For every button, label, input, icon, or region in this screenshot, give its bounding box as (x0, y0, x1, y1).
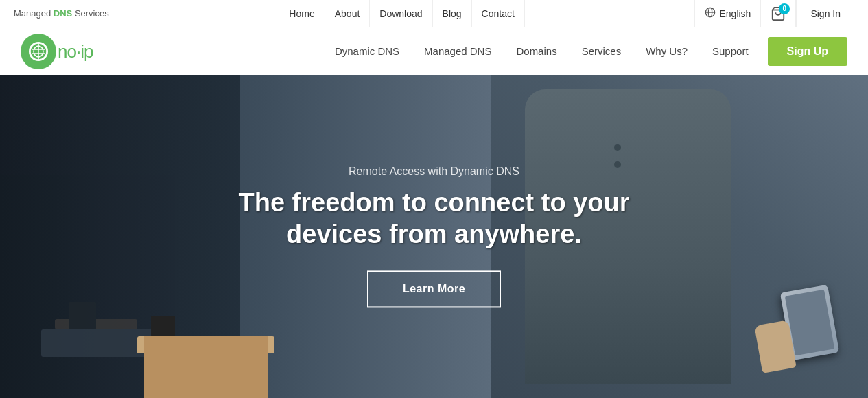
main-nav: no·ip Dynamic DNS Managed DNS Domains Se… (0, 27, 868, 75)
nav-domains[interactable]: Domains (504, 27, 569, 75)
table-item (151, 316, 175, 336)
brand-suffix: Services (72, 8, 108, 19)
table-body (144, 336, 268, 398)
decorative-object (69, 302, 96, 329)
brand-tagline: Managed DNS Services (14, 8, 109, 19)
sign-in-button[interactable]: Sign In (796, 0, 854, 27)
brand-text: Managed (14, 8, 54, 19)
learn-more-button[interactable]: Learn More (367, 271, 501, 308)
logo[interactable]: no·ip (21, 34, 93, 69)
decorative-shelf (55, 319, 137, 329)
language-label: English (719, 8, 751, 19)
hero-section: Remote Access with Dynamic DNS The freed… (0, 75, 868, 398)
deco-button-1 (614, 144, 621, 151)
nav-dynamic-dns[interactable]: Dynamic DNS (322, 27, 412, 75)
logo-text-1: no (58, 41, 76, 62)
logo-text: no·ip (58, 41, 93, 62)
hero-subtitle: Remote Access with Dynamic DNS (228, 165, 640, 178)
hero-title: The freedom to connect to your devices f… (228, 187, 640, 250)
signup-button[interactable]: Sign Up (768, 37, 847, 66)
logo-icon (21, 34, 56, 69)
top-nav: Home About Download Blog Contact (279, 0, 525, 27)
brand-dns: DNS (54, 8, 72, 19)
nav-managed-dns[interactable]: Managed DNS (412, 27, 504, 75)
top-bar-right: English 0 Sign In (694, 0, 854, 27)
nav-blog[interactable]: Blog (433, 0, 472, 27)
logo-text-2: ip (80, 41, 93, 62)
nav-support[interactable]: Support (700, 27, 761, 75)
nav-services[interactable]: Services (570, 27, 634, 75)
nav-why-us[interactable]: Why Us? (633, 27, 700, 75)
cart-badge: 0 (779, 3, 790, 14)
nav-contact[interactable]: Contact (472, 0, 525, 27)
hero-content: Remote Access with Dynamic DNS The freed… (228, 165, 640, 307)
nav-download[interactable]: Download (370, 0, 432, 27)
language-selector[interactable]: English (694, 0, 761, 27)
top-bar: Managed DNS Services Home About Download… (0, 0, 868, 27)
globe-icon (705, 7, 716, 20)
nav-home[interactable]: Home (279, 0, 325, 27)
hero-table-area (137, 316, 274, 398)
logo-svg (28, 41, 49, 62)
cart-button[interactable]: 0 (761, 0, 796, 27)
main-nav-links: Dynamic DNS Managed DNS Domains Services… (322, 27, 847, 75)
nav-about[interactable]: About (325, 0, 371, 27)
